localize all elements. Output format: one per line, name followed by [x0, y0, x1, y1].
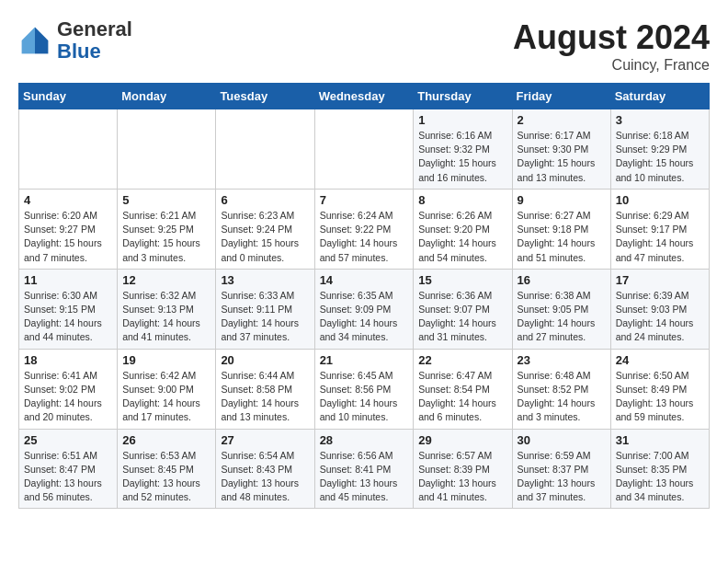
day-info: Sunrise: 6:23 AM Sunset: 9:24 PM Dayligh… — [221, 209, 309, 265]
day-info: Sunrise: 6:53 AM Sunset: 8:45 PM Dayligh… — [122, 449, 210, 505]
day-number: 31 — [616, 433, 704, 447]
day-cell-8: 8Sunrise: 6:26 AM Sunset: 9:20 PM Daylig… — [414, 189, 512, 269]
day-cell-1: 1Sunrise: 6:16 AM Sunset: 9:32 PM Daylig… — [414, 109, 512, 190]
week-row-1: 1Sunrise: 6:16 AM Sunset: 9:32 PM Daylig… — [19, 109, 710, 190]
day-number: 1 — [418, 113, 506, 127]
day-number: 3 — [616, 113, 704, 127]
empty-cell — [19, 109, 118, 190]
svg-marker-2 — [22, 28, 35, 40]
day-cell-22: 22Sunrise: 6:47 AM Sunset: 8:54 PM Dayli… — [414, 349, 512, 429]
day-cell-9: 9Sunrise: 6:27 AM Sunset: 9:18 PM Daylig… — [512, 189, 610, 269]
day-info: Sunrise: 6:29 AM Sunset: 9:17 PM Dayligh… — [616, 209, 704, 265]
day-info: Sunrise: 6:33 AM Sunset: 9:11 PM Dayligh… — [221, 289, 309, 345]
day-cell-14: 14Sunrise: 6:35 AM Sunset: 9:09 PM Dayli… — [314, 269, 414, 349]
empty-cell — [118, 109, 216, 190]
svg-marker-1 — [35, 40, 48, 53]
day-number: 15 — [418, 273, 506, 287]
day-number: 19 — [122, 353, 210, 367]
day-number: 11 — [24, 273, 112, 287]
day-info: Sunrise: 6:57 AM Sunset: 8:39 PM Dayligh… — [418, 449, 506, 505]
day-number: 29 — [418, 433, 506, 447]
day-info: Sunrise: 6:18 AM Sunset: 9:29 PM Dayligh… — [616, 129, 704, 185]
day-number: 28 — [320, 433, 409, 447]
day-number: 2 — [518, 113, 606, 127]
day-info: Sunrise: 6:24 AM Sunset: 9:22 PM Dayligh… — [320, 209, 409, 265]
logo: General Blue — [18, 18, 132, 63]
day-info: Sunrise: 6:39 AM Sunset: 9:03 PM Dayligh… — [616, 289, 704, 345]
day-info: Sunrise: 7:00 AM Sunset: 8:35 PM Dayligh… — [616, 449, 704, 505]
day-info: Sunrise: 6:48 AM Sunset: 8:52 PM Dayligh… — [518, 369, 606, 425]
day-number: 20 — [221, 353, 309, 367]
day-cell-13: 13Sunrise: 6:33 AM Sunset: 9:11 PM Dayli… — [216, 269, 314, 349]
day-info: Sunrise: 6:35 AM Sunset: 9:09 PM Dayligh… — [320, 289, 409, 345]
day-number: 12 — [122, 273, 210, 287]
day-header-thursday: Thursday — [414, 84, 512, 109]
day-info: Sunrise: 6:17 AM Sunset: 9:30 PM Dayligh… — [518, 129, 606, 185]
day-info: Sunrise: 6:30 AM Sunset: 9:15 PM Dayligh… — [24, 289, 112, 345]
day-cell-17: 17Sunrise: 6:39 AM Sunset: 9:03 PM Dayli… — [610, 269, 709, 349]
day-info: Sunrise: 6:56 AM Sunset: 8:41 PM Dayligh… — [320, 449, 409, 505]
day-cell-28: 28Sunrise: 6:56 AM Sunset: 8:41 PM Dayli… — [314, 429, 414, 509]
day-info: Sunrise: 6:54 AM Sunset: 8:43 PM Dayligh… — [221, 449, 309, 505]
day-info: Sunrise: 6:51 AM Sunset: 8:47 PM Dayligh… — [24, 449, 112, 505]
day-number: 14 — [320, 273, 409, 287]
logo-icon — [18, 24, 51, 57]
day-header-wednesday: Wednesday — [314, 84, 414, 109]
day-header-sunday: Sunday — [19, 84, 118, 109]
day-cell-2: 2Sunrise: 6:17 AM Sunset: 9:30 PM Daylig… — [512, 109, 610, 190]
title-block: August 2024 Cuincy, France — [513, 18, 710, 74]
day-cell-6: 6Sunrise: 6:23 AM Sunset: 9:24 PM Daylig… — [216, 189, 314, 269]
week-row-2: 4Sunrise: 6:20 AM Sunset: 9:27 PM Daylig… — [19, 189, 710, 269]
page-header: General Blue August 2024 Cuincy, France — [18, 18, 710, 74]
day-header-friday: Friday — [512, 84, 610, 109]
day-number: 17 — [616, 273, 704, 287]
day-cell-25: 25Sunrise: 6:51 AM Sunset: 8:47 PM Dayli… — [19, 429, 118, 509]
svg-marker-3 — [22, 40, 35, 53]
day-number: 25 — [24, 433, 112, 447]
day-cell-19: 19Sunrise: 6:42 AM Sunset: 9:00 PM Dayli… — [118, 349, 216, 429]
day-info: Sunrise: 6:41 AM Sunset: 9:02 PM Dayligh… — [24, 369, 112, 425]
day-header-tuesday: Tuesday — [216, 84, 314, 109]
day-number: 7 — [320, 193, 409, 207]
day-number: 26 — [122, 433, 210, 447]
day-cell-16: 16Sunrise: 6:38 AM Sunset: 9:05 PM Dayli… — [512, 269, 610, 349]
logo-text: General Blue — [57, 18, 132, 63]
day-cell-26: 26Sunrise: 6:53 AM Sunset: 8:45 PM Dayli… — [118, 429, 216, 509]
day-info: Sunrise: 6:16 AM Sunset: 9:32 PM Dayligh… — [418, 129, 506, 185]
day-cell-11: 11Sunrise: 6:30 AM Sunset: 9:15 PM Dayli… — [19, 269, 118, 349]
day-number: 13 — [221, 273, 309, 287]
month-year: August 2024 — [513, 18, 710, 57]
day-cell-15: 15Sunrise: 6:36 AM Sunset: 9:07 PM Dayli… — [414, 269, 512, 349]
day-number: 23 — [518, 353, 606, 367]
calendar-header-row: SundayMondayTuesdayWednesdayThursdayFrid… — [19, 84, 710, 109]
day-header-monday: Monday — [118, 84, 216, 109]
day-info: Sunrise: 6:47 AM Sunset: 8:54 PM Dayligh… — [418, 369, 506, 425]
day-number: 24 — [616, 353, 704, 367]
day-cell-20: 20Sunrise: 6:44 AM Sunset: 8:58 PM Dayli… — [216, 349, 314, 429]
day-cell-24: 24Sunrise: 6:50 AM Sunset: 8:49 PM Dayli… — [610, 349, 709, 429]
day-cell-27: 27Sunrise: 6:54 AM Sunset: 8:43 PM Dayli… — [216, 429, 314, 509]
week-row-5: 25Sunrise: 6:51 AM Sunset: 8:47 PM Dayli… — [19, 429, 710, 509]
day-number: 18 — [24, 353, 112, 367]
day-cell-31: 31Sunrise: 7:00 AM Sunset: 8:35 PM Dayli… — [610, 429, 709, 509]
day-number: 22 — [418, 353, 506, 367]
day-info: Sunrise: 6:26 AM Sunset: 9:20 PM Dayligh… — [418, 209, 506, 265]
day-number: 9 — [518, 193, 606, 207]
day-info: Sunrise: 6:59 AM Sunset: 8:37 PM Dayligh… — [518, 449, 606, 505]
day-number: 10 — [616, 193, 704, 207]
day-cell-29: 29Sunrise: 6:57 AM Sunset: 8:39 PM Dayli… — [414, 429, 512, 509]
day-info: Sunrise: 6:20 AM Sunset: 9:27 PM Dayligh… — [24, 209, 112, 265]
day-number: 30 — [518, 433, 606, 447]
day-info: Sunrise: 6:32 AM Sunset: 9:13 PM Dayligh… — [122, 289, 210, 345]
day-number: 16 — [518, 273, 606, 287]
day-info: Sunrise: 6:27 AM Sunset: 9:18 PM Dayligh… — [518, 209, 606, 265]
day-cell-21: 21Sunrise: 6:45 AM Sunset: 8:56 PM Dayli… — [314, 349, 414, 429]
svg-marker-0 — [35, 28, 48, 40]
day-cell-10: 10Sunrise: 6:29 AM Sunset: 9:17 PM Dayli… — [610, 189, 709, 269]
day-number: 8 — [418, 193, 506, 207]
day-cell-3: 3Sunrise: 6:18 AM Sunset: 9:29 PM Daylig… — [610, 109, 709, 190]
day-info: Sunrise: 6:50 AM Sunset: 8:49 PM Dayligh… — [616, 369, 704, 425]
day-number: 27 — [221, 433, 309, 447]
day-info: Sunrise: 6:21 AM Sunset: 9:25 PM Dayligh… — [122, 209, 210, 265]
day-cell-4: 4Sunrise: 6:20 AM Sunset: 9:27 PM Daylig… — [19, 189, 118, 269]
